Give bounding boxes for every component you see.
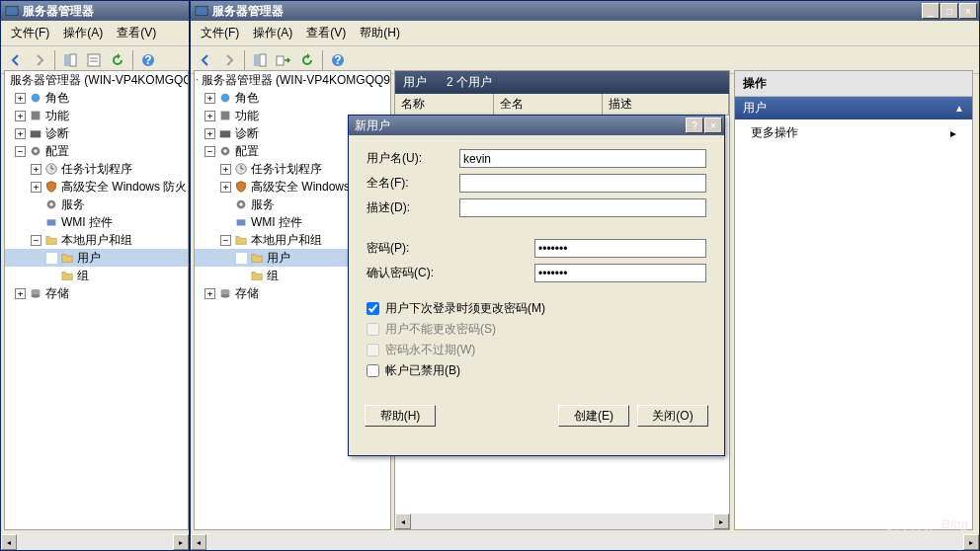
tree-root[interactable]: 服务器管理器 (WIN-VP4KOMGQQ bbox=[10, 72, 189, 89]
dialog-help-button[interactable]: ? bbox=[686, 118, 703, 133]
menu-action[interactable]: 操作(A) bbox=[247, 23, 298, 43]
forward-button[interactable] bbox=[29, 49, 50, 71]
scroll-left-icon[interactable]: ◂ bbox=[191, 534, 206, 550]
tree-localug[interactable]: 本地用户和组 bbox=[251, 232, 322, 249]
tree-task[interactable]: 任务计划程序 bbox=[61, 161, 132, 178]
username-label: 用户名(U): bbox=[367, 150, 459, 167]
tree-storage[interactable]: 存储 bbox=[45, 285, 69, 302]
collapse-icon[interactable]: ▲ bbox=[954, 103, 964, 114]
export-button[interactable] bbox=[273, 49, 294, 71]
svg-point-13 bbox=[34, 149, 38, 153]
dialog-title: 新用户 bbox=[355, 118, 685, 134]
tree-services[interactable]: 服务 bbox=[61, 197, 85, 213]
tree-firewall[interactable]: 高级安全 Windows 防火 bbox=[61, 179, 187, 196]
fullname-label: 全名(F): bbox=[367, 175, 459, 192]
col-desc[interactable]: 描述 bbox=[603, 94, 729, 115]
dialog-close-button[interactable]: × bbox=[704, 118, 722, 133]
help-button[interactable]: 帮助(H) bbox=[365, 405, 436, 427]
help-button[interactable]: ? bbox=[327, 49, 349, 71]
expander-icon[interactable]: + bbox=[31, 182, 41, 193]
tree-config[interactable]: 配置 bbox=[235, 143, 259, 160]
menu-help[interactable]: 帮助(H) bbox=[354, 23, 406, 43]
col-fullname[interactable]: 全名 bbox=[494, 94, 603, 115]
menu-file[interactable]: 文件(F) bbox=[5, 23, 55, 43]
close-button[interactable]: × bbox=[959, 3, 977, 19]
chk-account-disabled[interactable]: 帐户已禁用(B) bbox=[367, 362, 706, 379]
tree-localug[interactable]: 本地用户和组 bbox=[61, 232, 132, 249]
back-button[interactable] bbox=[195, 49, 216, 71]
svg-rect-0 bbox=[6, 7, 18, 16]
svg-point-39 bbox=[239, 202, 243, 206]
tree-firewall[interactable]: 高级安全 Windows bbox=[251, 179, 350, 196]
hscrollbar-1[interactable]: ◂▸ bbox=[1, 534, 189, 550]
maximize-button[interactable]: □ bbox=[940, 3, 958, 19]
fullname-input[interactable] bbox=[459, 174, 706, 193]
properties-button[interactable] bbox=[83, 49, 105, 71]
expander-icon[interactable]: + bbox=[15, 111, 26, 121]
password-input[interactable] bbox=[534, 239, 706, 258]
forward-button[interactable] bbox=[218, 49, 240, 71]
tree-users[interactable]: 用户 bbox=[77, 250, 101, 267]
scroll-right-icon[interactable]: ▸ bbox=[713, 513, 729, 529]
titlebar-2[interactable]: 服务器管理器 _ □ × bbox=[191, 1, 979, 21]
tree-storage[interactable]: 存储 bbox=[235, 285, 259, 302]
description-input[interactable] bbox=[459, 198, 706, 217]
expander-icon[interactable]: + bbox=[15, 128, 26, 139]
username-input[interactable] bbox=[459, 149, 706, 168]
expander-icon[interactable]: − bbox=[31, 235, 41, 246]
list-columns: 名称 全名 描述 bbox=[395, 94, 729, 116]
tree-features[interactable]: 功能 bbox=[45, 108, 69, 124]
menubar-2: 文件(F) 操作(A) 查看(V) 帮助(H) bbox=[191, 21, 979, 46]
tree-services[interactable]: 服务 bbox=[251, 197, 275, 213]
menu-file[interactable]: 文件(F) bbox=[195, 23, 245, 43]
minimize-button[interactable]: _ bbox=[922, 3, 939, 19]
tree-root[interactable]: 服务器管理器 (WIN-VP4KOMGQQ9 bbox=[202, 72, 390, 89]
actions-more[interactable]: 更多操作 ▸ bbox=[735, 119, 972, 146]
scroll-right-icon[interactable]: ▸ bbox=[963, 534, 979, 550]
hscrollbar-list[interactable]: ◂▸ bbox=[395, 513, 729, 529]
tree-wmi[interactable]: WMI 控件 bbox=[251, 214, 302, 231]
expander-icon[interactable]: + bbox=[15, 288, 26, 299]
back-button[interactable] bbox=[5, 49, 27, 71]
expander-icon[interactable]: + bbox=[15, 93, 26, 104]
expander-icon[interactable]: − bbox=[15, 146, 26, 157]
tree-roles[interactable]: 角色 bbox=[235, 90, 259, 107]
close-button[interactable]: 关闭(O) bbox=[637, 405, 708, 427]
tree-diag[interactable]: 诊断 bbox=[45, 125, 69, 142]
tree-groups[interactable]: 组 bbox=[267, 268, 279, 284]
tree-groups[interactable]: 组 bbox=[77, 268, 89, 284]
chk-account-disabled-box[interactable] bbox=[367, 364, 379, 377]
scroll-left-icon[interactable]: ◂ bbox=[1, 534, 17, 550]
menu-view[interactable]: 查看(V) bbox=[111, 23, 162, 43]
tree-config[interactable]: 配置 bbox=[45, 143, 69, 160]
refresh-button[interactable] bbox=[107, 49, 128, 71]
hscrollbar-2[interactable]: ◂▸ bbox=[191, 534, 979, 550]
scroll-right-icon[interactable]: ▸ bbox=[173, 534, 189, 550]
refresh-button[interactable] bbox=[296, 49, 318, 71]
menu-action[interactable]: 操作(A) bbox=[57, 23, 109, 43]
create-button[interactable]: 创建(E) bbox=[558, 405, 629, 427]
tree-users[interactable]: 用户 bbox=[267, 250, 290, 267]
scope-button[interactable] bbox=[249, 49, 271, 71]
confirm-password-input[interactable] bbox=[534, 264, 706, 282]
titlebar-1[interactable]: 服务器管理器 bbox=[1, 1, 189, 21]
watermark: 51CTO.com 技术博客 Blog bbox=[817, 486, 968, 533]
expander-icon[interactable]: + bbox=[31, 164, 41, 175]
menu-view[interactable]: 查看(V) bbox=[300, 23, 352, 43]
actions-pane: 操作 用户 ▲ 更多操作 ▸ bbox=[734, 70, 973, 530]
tree-roles[interactable]: 角色 bbox=[45, 90, 69, 107]
help-button[interactable]: ? bbox=[137, 49, 159, 71]
svg-text:?: ? bbox=[144, 53, 151, 67]
tree-features[interactable]: 功能 bbox=[235, 108, 259, 124]
tree-diag[interactable]: 诊断 bbox=[235, 125, 259, 142]
tree-view-1[interactable]: 服务器管理器 (WIN-VP4KOMGQQ +角色 +功能 +诊断 −配置 +任… bbox=[4, 70, 189, 530]
tree-wmi[interactable]: WMI 控件 bbox=[61, 214, 113, 231]
chk-must-change[interactable]: 用户下次登录时须更改密码(M) bbox=[367, 300, 706, 317]
scroll-left-icon[interactable]: ◂ bbox=[395, 513, 411, 529]
dialog-titlebar[interactable]: 新用户 ? × bbox=[349, 116, 724, 135]
chk-must-change-box[interactable] bbox=[367, 302, 379, 315]
scope-button[interactable] bbox=[59, 49, 81, 71]
tree-task[interactable]: 任务计划程序 bbox=[251, 161, 322, 178]
list-title: 用户 bbox=[403, 75, 427, 89]
col-name[interactable]: 名称 bbox=[395, 94, 494, 115]
